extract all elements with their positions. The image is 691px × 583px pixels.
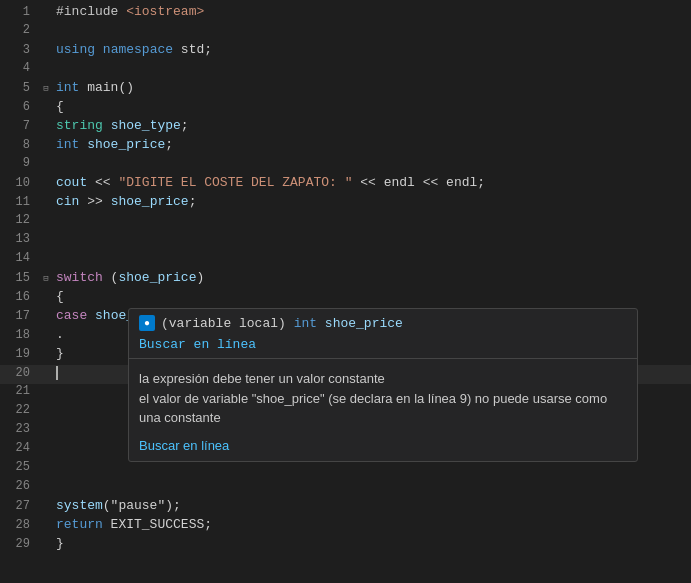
token: shoe_price xyxy=(118,270,196,285)
token: int xyxy=(56,80,79,95)
tooltip-divider xyxy=(129,358,637,359)
line-4: 4 xyxy=(0,61,691,80)
line-7: 7string shoe_type; xyxy=(0,118,691,137)
tooltip-body-line2: el valor de variable "shoe_price" (se de… xyxy=(139,389,627,428)
line-number-11: 11 xyxy=(0,195,40,209)
tooltip-signature: (variable local) int shoe_price xyxy=(161,316,403,331)
line-content-5: int main() xyxy=(52,80,691,95)
line-content-1: #include <iostream> xyxy=(52,4,691,19)
line-number-20: 20 xyxy=(0,366,40,380)
line-3: 3using namespace std; xyxy=(0,42,691,61)
line-26: 26 xyxy=(0,479,691,498)
line-14: 14 xyxy=(0,251,691,270)
tooltip-body: la expresión debe tener un valor constan… xyxy=(129,365,637,434)
line-number-12: 12 xyxy=(0,213,40,227)
code-lines: 1#include <iostream>23using namespace st… xyxy=(0,0,691,559)
line-number-26: 26 xyxy=(0,479,40,493)
token: EXIT_SUCCESS; xyxy=(103,517,212,532)
line-number-10: 10 xyxy=(0,176,40,190)
line-29: 29} xyxy=(0,536,691,555)
tooltip-body-line1: la expresión debe tener un valor constan… xyxy=(139,369,627,389)
line-number-18: 18 xyxy=(0,328,40,342)
line-number-22: 22 xyxy=(0,403,40,417)
token: ( xyxy=(103,270,119,285)
line-number-8: 8 xyxy=(0,138,40,152)
intellisense-popup: ● (variable local) int shoe_price Buscar… xyxy=(128,308,638,462)
tooltip-header: ● (variable local) int shoe_price xyxy=(129,309,637,337)
line-content-15: switch (shoe_price) xyxy=(52,270,691,285)
line-12: 12 xyxy=(0,213,691,232)
code-editor: 1#include <iostream>23using namespace st… xyxy=(0,0,691,583)
line-number-24: 24 xyxy=(0,441,40,455)
line-number-16: 16 xyxy=(0,290,40,304)
line-28: 28return EXIT_SUCCESS; xyxy=(0,517,691,536)
line-content-6: { xyxy=(52,99,691,114)
line-number-17: 17 xyxy=(0,309,40,323)
tooltip-label-name: shoe_price xyxy=(317,316,403,331)
token: switch xyxy=(56,270,103,285)
line-number-1: 1 xyxy=(0,5,40,19)
line-number-3: 3 xyxy=(0,43,40,57)
token xyxy=(103,118,111,133)
token: namespace xyxy=(103,42,173,57)
line-content-27: system("pause"); xyxy=(52,498,691,513)
token: ; xyxy=(165,137,173,152)
line-number-4: 4 xyxy=(0,61,40,75)
token: using xyxy=(56,42,95,57)
line-number-7: 7 xyxy=(0,119,40,133)
token: shoe_price xyxy=(111,194,189,209)
line-5: 5⊟int main() xyxy=(0,80,691,99)
line-number-15: 15 xyxy=(0,271,40,285)
token: } xyxy=(56,346,64,361)
token: . xyxy=(56,327,64,342)
token: << xyxy=(87,175,118,190)
variable-icon: ● xyxy=(139,315,155,331)
line-11: 11cin >> shoe_price; xyxy=(0,194,691,213)
tooltip-label-type: int xyxy=(294,316,317,331)
token xyxy=(87,308,95,323)
token: } xyxy=(56,536,64,551)
text-cursor xyxy=(56,366,58,380)
token: "DIGITE EL COSTE DEL ZAPATO: " xyxy=(118,175,352,190)
fold-indicator-5[interactable]: ⊟ xyxy=(40,83,52,94)
line-9: 9 xyxy=(0,156,691,175)
line-content-8: int shoe_price; xyxy=(52,137,691,152)
line-15: 15⊟switch (shoe_price) xyxy=(0,270,691,289)
line-number-21: 21 xyxy=(0,384,40,398)
token: ("pause"); xyxy=(103,498,181,513)
token: case xyxy=(56,308,87,323)
line-number-13: 13 xyxy=(0,232,40,246)
token: std; xyxy=(173,42,212,57)
token: { xyxy=(56,289,64,304)
tooltip-link2[interactable]: Buscar en línea xyxy=(129,434,637,461)
token: cout xyxy=(56,175,87,190)
line-10: 10cout << "DIGITE EL COSTE DEL ZAPATO: "… xyxy=(0,175,691,194)
line-content-10: cout << "DIGITE EL COSTE DEL ZAPATO: " <… xyxy=(52,175,691,190)
token: ) xyxy=(196,270,204,285)
line-13: 13 xyxy=(0,232,691,251)
line-25: 25 xyxy=(0,460,691,479)
token: <iostream> xyxy=(126,4,204,19)
line-number-25: 25 xyxy=(0,460,40,474)
token: ; xyxy=(181,118,189,133)
line-number-6: 6 xyxy=(0,100,40,114)
line-number-23: 23 xyxy=(0,422,40,436)
token: >> xyxy=(79,194,110,209)
line-number-14: 14 xyxy=(0,251,40,265)
line-number-5: 5 xyxy=(0,81,40,95)
line-content-3: using namespace std; xyxy=(52,42,691,57)
token: int xyxy=(56,137,79,152)
line-number-19: 19 xyxy=(0,347,40,361)
token: shoe_price xyxy=(87,137,165,152)
line-number-2: 2 xyxy=(0,23,40,37)
token: main() xyxy=(79,80,134,95)
line-content-16: { xyxy=(52,289,691,304)
token: return xyxy=(56,517,103,532)
tooltip-link1[interactable]: Buscar en línea xyxy=(129,337,637,358)
line-number-29: 29 xyxy=(0,537,40,551)
line-content-7: string shoe_type; xyxy=(52,118,691,133)
tooltip-label-prefix: (variable local) xyxy=(161,316,294,331)
fold-indicator-15[interactable]: ⊟ xyxy=(40,273,52,284)
line-content-28: return EXIT_SUCCESS; xyxy=(52,517,691,532)
line-1: 1#include <iostream> xyxy=(0,4,691,23)
